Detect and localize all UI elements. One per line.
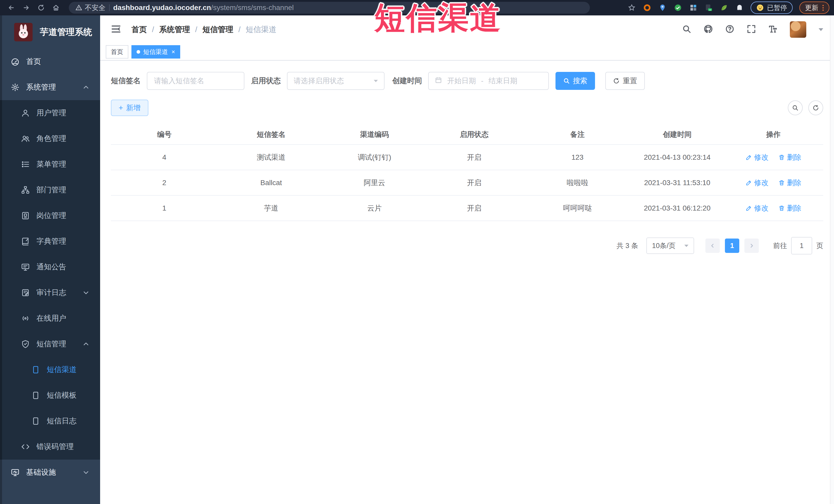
sidebar-item-menus[interactable]: 菜单管理	[0, 152, 100, 177]
col-status: 启用状态	[424, 130, 524, 139]
sign-filter-field	[147, 72, 244, 90]
cell-status: 开启	[424, 153, 524, 162]
page-number-current[interactable]: 1	[725, 239, 739, 253]
goto-page-input[interactable]: 1	[791, 237, 812, 255]
home-icon[interactable]	[49, 2, 63, 14]
browser-update-button[interactable]: 更新	[799, 2, 829, 14]
sidebar-scrollbar[interactable]	[0, 16, 2, 504]
goto-label: 前往	[773, 241, 787, 250]
add-button[interactable]: + 新增	[111, 100, 148, 116]
toggle-search-button[interactable]	[788, 101, 803, 115]
sidebar-item-posts[interactable]: 岗位管理	[0, 203, 100, 228]
refresh-table-button[interactable]	[808, 101, 823, 115]
sidebar-item-audit-logs[interactable]: 审计日志	[0, 280, 100, 306]
reload-icon[interactable]	[35, 2, 48, 14]
sidebar-item-label: 字典管理	[37, 236, 66, 246]
edit-link[interactable]: 修改	[745, 203, 769, 213]
code-icon	[21, 442, 30, 451]
font-size-icon[interactable]	[768, 24, 777, 35]
user-icon	[21, 109, 30, 117]
list-icon	[21, 160, 30, 169]
breadcrumb-item-home[interactable]: 首页	[131, 24, 147, 35]
sidebar-item-infrastructure[interactable]: 基础设施	[0, 460, 100, 485]
sidebar-item-error-codes[interactable]: 错误码管理	[0, 434, 100, 460]
extension-paused-badge[interactable]: 已暂停	[751, 2, 793, 14]
extension-leaf-icon[interactable]	[720, 3, 728, 12]
search-form: 短信签名 启用状态 请选择启用状态 创建时间 开始日期	[111, 72, 823, 90]
chevron-down-icon	[83, 289, 89, 296]
gear-icon	[11, 83, 20, 92]
next-page-button[interactable]	[744, 239, 759, 253]
document-icon	[31, 365, 40, 374]
date-range-separator: -	[481, 77, 483, 85]
sidebar-item-roles[interactable]: 角色管理	[0, 126, 100, 152]
select-caret-icon	[374, 80, 378, 82]
url-path: /system/sms/sms-channel	[211, 4, 294, 12]
close-tab-icon[interactable]: ×	[172, 49, 175, 55]
reset-button[interactable]: 重置	[605, 72, 645, 90]
extension-ghost-icon[interactable]	[735, 3, 744, 12]
user-avatar[interactable]	[790, 21, 806, 38]
sidebar-item-sms-log[interactable]: 短信日志	[0, 408, 100, 434]
search-icon[interactable]	[682, 24, 691, 35]
calendar-icon	[435, 76, 442, 86]
status-filter-select[interactable]: 请选择启用状态	[287, 72, 385, 90]
cell-created: 2021-04-13 00:23:14	[631, 153, 724, 161]
start-date-placeholder[interactable]: 开始日期	[447, 76, 476, 86]
sidebar-item-dictionary[interactable]: 字典管理	[0, 228, 100, 254]
sidebar-item-sms-channel[interactable]: 短信渠道	[0, 357, 100, 382]
sign-filter-input[interactable]	[154, 76, 238, 85]
page-scrollbar[interactable]	[830, 16, 834, 504]
address-bar[interactable]: 不安全 dashboard.yudao.iocoder.cn/system/sm…	[69, 2, 590, 14]
sidebar-item-system[interactable]: 系统管理	[0, 74, 100, 100]
sidebar-item-label: 短信日志	[47, 416, 76, 426]
delete-link[interactable]: 删除	[778, 203, 802, 213]
github-icon[interactable]	[704, 24, 713, 35]
hamburger-icon[interactable]	[111, 24, 121, 35]
chevron-down-icon	[83, 469, 89, 476]
sidebar-item-online-users[interactable]: 在线用户	[0, 306, 100, 331]
tab-sms-channel[interactable]: 短信渠道 ×	[131, 45, 180, 59]
extension-check-icon[interactable]	[674, 3, 682, 12]
users-icon	[21, 134, 30, 143]
page-size-select[interactable]: 10条/页	[646, 238, 694, 254]
delete-link[interactable]: 删除	[778, 178, 802, 188]
browser-menu-icon[interactable]	[822, 5, 824, 11]
fullscreen-icon[interactable]	[747, 24, 756, 35]
edit-link[interactable]: 修改	[745, 178, 769, 188]
tab-home[interactable]: 首页	[106, 45, 128, 59]
extension-on-badge-icon[interactable]: on	[704, 3, 713, 12]
extension-grid-icon[interactable]	[689, 3, 698, 12]
prev-page-button[interactable]	[705, 239, 720, 253]
extension-orange-icon[interactable]	[643, 3, 652, 12]
not-secure-warning[interactable]: 不安全	[75, 3, 106, 12]
breadcrumb-item-system[interactable]: 系统管理	[159, 24, 190, 35]
breadcrumb-item-sms[interactable]: 短信管理	[202, 24, 233, 35]
sidebar-item-departments[interactable]: 部门管理	[0, 177, 100, 203]
sidebar-item-sms[interactable]: 短信管理	[0, 331, 100, 357]
col-created: 创建时间	[631, 130, 724, 139]
end-date-placeholder[interactable]: 结束日期	[488, 76, 517, 86]
delete-link[interactable]: 删除	[778, 153, 802, 162]
sign-filter-label: 短信签名	[111, 76, 141, 86]
edit-link[interactable]: 修改	[745, 153, 769, 162]
chevron-right-icon	[749, 243, 754, 248]
col-remark: 备注	[524, 130, 631, 139]
plus-icon: +	[118, 104, 123, 112]
help-icon[interactable]	[725, 24, 734, 35]
sidebar-fill	[0, 485, 100, 504]
avatar-caret-icon[interactable]	[818, 28, 823, 31]
sidebar-item-home[interactable]: 首页	[0, 49, 100, 74]
table-toolbar: + 新增	[111, 100, 823, 116]
extension-pin-icon[interactable]	[658, 3, 667, 12]
date-range-picker[interactable]: 开始日期 - 结束日期	[428, 72, 549, 90]
forward-icon[interactable]	[20, 2, 33, 14]
sidebar-item-notices[interactable]: 通知公告	[0, 254, 100, 280]
bookmark-star-icon[interactable]	[627, 3, 636, 12]
back-icon[interactable]	[5, 2, 18, 14]
reset-button-label: 重置	[623, 76, 637, 86]
search-button[interactable]: 搜索	[555, 72, 595, 90]
app-logo-row[interactable]: 芋道管理系统	[0, 16, 100, 49]
sidebar-item-sms-template[interactable]: 短信模板	[0, 382, 100, 408]
sidebar-item-users[interactable]: 用户管理	[0, 100, 100, 126]
